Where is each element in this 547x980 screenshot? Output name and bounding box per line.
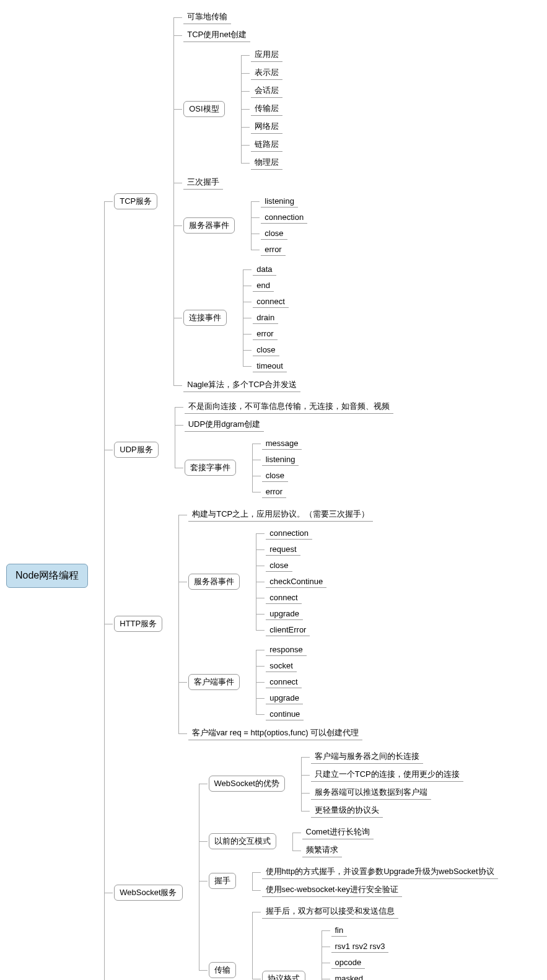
udp-desc: 不是面向连接，不可靠信息传输，无连接，如音频、视频 (185, 400, 393, 414)
ws-format[interactable]: 协议格式 (262, 971, 305, 980)
leaf-item: 服务器端可以推送数据到客户端 (311, 785, 431, 800)
udp-node[interactable]: UDP服务 (114, 442, 158, 458)
leaf-item: error (253, 328, 277, 340)
http-node[interactable]: HTTP服务 (114, 616, 162, 632)
leaf-item: data (253, 263, 276, 276)
leaf-item: timeout (253, 360, 287, 372)
leaf-item: upgrade (266, 608, 303, 620)
leaf-item: error (262, 486, 286, 498)
leaf-item: Comet进行长轮询 (302, 825, 374, 839)
leaf-item: listening (261, 195, 298, 208)
leaf-item: close (266, 559, 292, 572)
leaf-item: masked (331, 973, 367, 980)
leaf-item: 网络层 (251, 120, 282, 134)
leaf-item: rsv1 rsv2 rsv3 (331, 940, 389, 953)
udp-dgram: UDP使用dgram创建 (185, 418, 264, 432)
leaf-item: 物理层 (251, 155, 282, 170)
leaf-item: error (261, 243, 285, 256)
leaf-item: connect (266, 676, 302, 688)
leaf-item: 传输层 (251, 102, 282, 116)
leaf-item: message (262, 437, 302, 450)
udp-socket-events[interactable]: 套接字事件 (185, 460, 236, 476)
leaf-item: connect (266, 592, 302, 604)
osi-node[interactable]: OSI模型 (183, 101, 224, 117)
leaf-item: clientError (266, 624, 310, 636)
tcp-server-events[interactable]: 服务器事件 (183, 217, 235, 234)
root-node[interactable]: Node网络编程 (6, 564, 88, 588)
leaf-item: continue (266, 708, 304, 720)
leaf-item: fin (331, 924, 348, 937)
leaf-item: drain (253, 312, 278, 324)
leaf-item: 更轻量级的协议头 (311, 803, 383, 818)
leaf-item: close (261, 227, 287, 240)
http-server-events[interactable]: 服务器事件 (188, 574, 240, 590)
ws-oldmode[interactable]: 以前的交互模式 (209, 833, 276, 849)
http-proxy: 客户端var req = http(optios,func) 可以创建代理 (188, 726, 362, 740)
leaf-item: response (266, 644, 306, 656)
leaf-item: connect (253, 295, 289, 308)
leaf-item: 表示层 (251, 66, 282, 80)
leaf-item: end (253, 279, 274, 292)
leaf-item: opcode (331, 956, 365, 969)
tcp-net: TCP使用net创建 (183, 28, 250, 42)
http-client-events[interactable]: 客户端事件 (188, 674, 240, 690)
ws-transfer[interactable]: 传输 (209, 962, 236, 978)
leaf-item: connection (266, 527, 312, 540)
leaf-item: connection (261, 211, 307, 224)
leaf-item: checkContinue (266, 575, 326, 588)
leaf-item: 链路层 (251, 138, 282, 152)
tcp-handshake: 三次握手 (183, 175, 223, 190)
ws-node[interactable]: WebSocket服务 (114, 885, 182, 901)
leaf-item: 只建立一个TCP的连接，使用更少的连接 (311, 768, 463, 782)
leaf-item: 频繁请求 (302, 843, 342, 857)
ws-after-handshake: 握手后，双方都可以接受和发送信息 (262, 904, 398, 919)
leaf-item: 客户端与服务器之间的长连接 (311, 750, 423, 764)
leaf-item: 会话层 (251, 84, 282, 98)
leaf-item: 应用层 (251, 48, 282, 62)
leaf-item: request (266, 543, 300, 556)
osi-layers: 应用层表示层会话层传输层网络层链路层物理层 (225, 46, 498, 172)
leaf-item: close (253, 344, 279, 356)
tcp-reliable: 可靠地传输 (183, 10, 231, 24)
leaf-item: socket (266, 660, 297, 672)
http-desc: 构建与TCP之上，应用层协议。（需要三次握手） (188, 507, 373, 522)
tcp-conn-events[interactable]: 连接事件 (183, 310, 227, 326)
leaf-item: close (262, 470, 288, 482)
leaf-item: upgrade (266, 692, 303, 704)
mindmap-root: Node网络编程 TCP服务 可靠地传输 TCP使用net创建 OSI模型 应用… (6, 6, 541, 980)
tcp-nagle: Nagle算法，多个TCP合并发送 (183, 378, 300, 392)
ws-handshake[interactable]: 握手 (209, 873, 236, 889)
leaf-item: 使用http的方式握手，并设置参数Upgrade升级为webSocket协议 (262, 865, 498, 879)
leaf-item: listening (262, 453, 299, 466)
leaf-item: 使用sec-websocket-key进行安全验证 (262, 883, 403, 897)
ws-adv[interactable]: WebSocket的优势 (209, 776, 285, 792)
tcp-node[interactable]: TCP服务 (114, 193, 157, 209)
